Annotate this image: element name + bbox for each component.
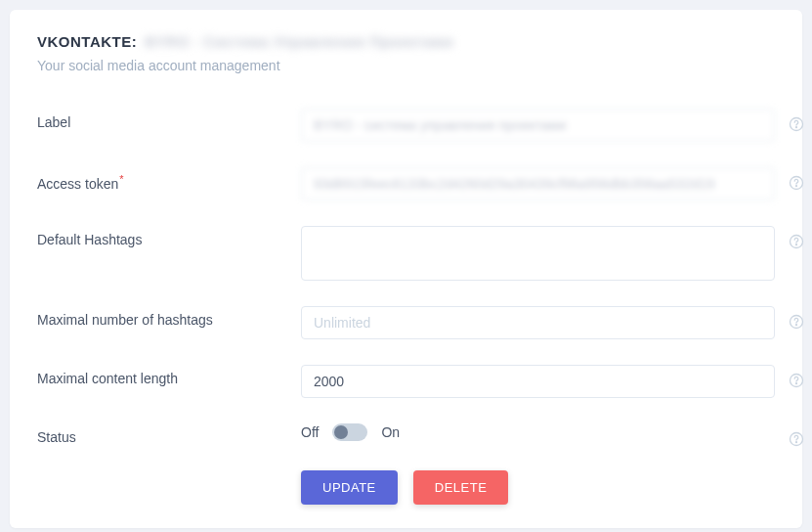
svg-point-11	[796, 442, 797, 443]
default-hashtags-label: Default Hashtags	[37, 226, 301, 247]
row-max-hashtags: Maximal number of hashtags	[37, 306, 775, 339]
status-label: Status	[37, 423, 301, 445]
status-on-label: On	[381, 424, 400, 440]
required-marker: *	[119, 173, 123, 185]
access-token-label: Access token*	[37, 167, 301, 192]
max-hashtags-label: Maximal number of hashtags	[37, 306, 301, 328]
svg-point-7	[796, 325, 797, 326]
help-icon[interactable]	[789, 234, 804, 249]
svg-point-9	[796, 383, 797, 384]
help-icon[interactable]	[789, 373, 804, 388]
label-label: Label	[37, 109, 301, 130]
row-access-token: Access token*	[37, 167, 775, 200]
update-button[interactable]: UPDATE	[301, 470, 398, 505]
svg-point-1	[796, 127, 797, 128]
page-subtitle: Your social media account management	[37, 58, 775, 73]
row-status: Status Off On	[37, 423, 775, 445]
max-content-length-label: Maximal content length	[37, 365, 301, 386]
row-max-content-length: Maximal content length	[37, 365, 775, 398]
delete-button[interactable]: DELETE	[413, 470, 509, 505]
button-row: UPDATE DELETE	[301, 470, 775, 505]
help-icon[interactable]	[789, 314, 804, 330]
svg-point-3	[796, 186, 797, 187]
status-toggle[interactable]	[332, 423, 367, 441]
svg-point-5	[796, 244, 797, 245]
default-hashtags-input[interactable]	[301, 226, 775, 281]
help-icon[interactable]	[789, 175, 804, 191]
label-input[interactable]	[301, 109, 775, 142]
row-label: Label	[37, 109, 775, 142]
status-toggle-group: Off On	[301, 423, 400, 441]
title-account-name: BYRO - Система Управления Проектами	[145, 33, 453, 50]
account-settings-card: VKONTAKTE: BYRO - Система Управления Про…	[10, 10, 802, 528]
help-icon[interactable]	[789, 116, 804, 132]
max-hashtags-input[interactable]	[301, 306, 775, 339]
toggle-knob	[334, 425, 348, 439]
page-title: VKONTAKTE: BYRO - Система Управления Про…	[37, 33, 775, 50]
help-icon[interactable]	[789, 431, 804, 447]
max-content-length-input[interactable]	[301, 365, 775, 398]
access-token-input[interactable]	[301, 167, 775, 200]
title-prefix: VKONTAKTE:	[37, 33, 137, 50]
status-off-label: Off	[301, 424, 319, 440]
row-default-hashtags: Default Hashtags	[37, 226, 775, 281]
